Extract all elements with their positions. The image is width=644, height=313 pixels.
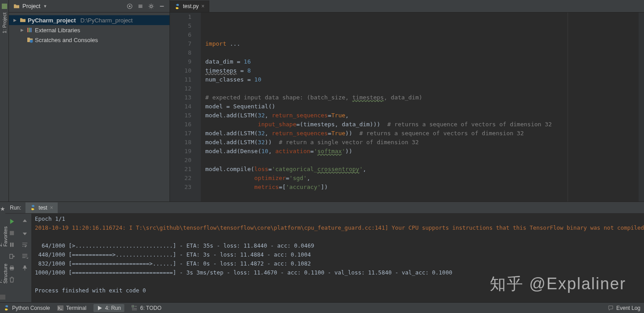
pause-icon[interactable] xyxy=(8,241,15,248)
chevron-down-icon: ▼ xyxy=(43,4,47,9)
editor[interactable]: 1567891011121314151617181920212223 impor… xyxy=(170,13,644,202)
todo-icon xyxy=(131,305,137,311)
run-label: Run: xyxy=(5,205,25,211)
project-header: Project ▼ xyxy=(9,0,169,13)
run-header: Run: test × xyxy=(5,202,644,214)
sb-terminal[interactable]: Terminal xyxy=(57,305,86,311)
margin-line xyxy=(568,13,568,202)
editor-area: test.py × 156789101112131415161718192021… xyxy=(170,0,644,202)
exit-icon[interactable] xyxy=(8,253,15,260)
terminal-icon xyxy=(57,305,64,311)
run-section: ★ 2: Favorites 7: Structure Run: test × xyxy=(0,202,644,302)
console-output[interactable]: Epoch 1/12018-10-19 11:20:16.116724: I T… xyxy=(31,214,644,302)
svg-point-1 xyxy=(129,5,131,7)
fold-column[interactable] xyxy=(195,13,201,202)
tree-item-label: External Libraries xyxy=(35,27,80,34)
up-icon[interactable] xyxy=(21,218,28,225)
sb-run[interactable]: 4: Run xyxy=(93,304,124,312)
tree-root-path: D:\PyCharm_project xyxy=(80,17,133,24)
close-icon[interactable]: × xyxy=(201,3,204,9)
down-icon[interactable] xyxy=(21,230,28,236)
sb-event-log[interactable]: Event Log xyxy=(608,305,640,311)
project-label: Project xyxy=(22,3,40,9)
python-icon xyxy=(4,305,9,311)
tree-root[interactable]: ▶ PyCharm_project D:\PyCharm_project xyxy=(9,15,169,25)
expand-icon[interactable]: ▶ xyxy=(21,28,25,32)
scroll-icon[interactable] xyxy=(21,253,28,260)
tree-item-scratches[interactable]: ▶ Scratches and Consoles xyxy=(9,35,169,45)
folder-icon xyxy=(20,17,26,23)
code-area[interactable]: import ...data_dim = 16timesteps = 8num_… xyxy=(201,13,644,202)
tree-item-libraries[interactable]: ▶ External Libraries xyxy=(9,25,169,35)
project-tool-icon[interactable] xyxy=(2,4,7,9)
folder-icon xyxy=(13,4,20,9)
svg-rect-5 xyxy=(30,28,32,32)
svg-rect-13 xyxy=(11,269,13,270)
expand-icon[interactable]: ▶ xyxy=(13,18,18,22)
svg-rect-3 xyxy=(27,28,29,32)
status-bar: Python Console Terminal 4: Run 6: TODO E… xyxy=(0,302,644,313)
library-icon xyxy=(27,27,33,33)
svg-point-2 xyxy=(150,5,152,7)
svg-rect-9 xyxy=(10,242,12,246)
structure-tab[interactable]: 7: Structure xyxy=(0,261,8,283)
project-pane: Project ▼ ▶ PyCharm_project D:\PyCharm_p… xyxy=(9,0,170,202)
sb-python-console[interactable]: Python Console xyxy=(4,305,50,311)
wrap-icon[interactable] xyxy=(21,241,28,248)
svg-rect-10 xyxy=(12,242,13,246)
python-file-icon xyxy=(174,4,180,9)
svg-rect-8 xyxy=(10,231,14,235)
sb-todo[interactable]: 6: TODO xyxy=(131,305,161,311)
favorites-icon[interactable]: ★ xyxy=(0,206,5,212)
tab-label: test.py xyxy=(183,3,199,9)
svg-rect-14 xyxy=(57,305,64,311)
run-icon xyxy=(97,305,102,311)
hide-icon[interactable] xyxy=(159,3,165,9)
project-tree[interactable]: ▶ PyCharm_project D:\PyCharm_project ▶ E… xyxy=(9,13,169,47)
project-view-selector[interactable]: Project ▼ xyxy=(13,3,47,9)
close-icon[interactable]: × xyxy=(50,205,53,211)
target-icon[interactable] xyxy=(127,3,133,9)
line-gutter[interactable]: 1567891011121314151617181920212223 xyxy=(170,13,195,202)
gear-icon[interactable] xyxy=(148,3,154,9)
toolwin-icon[interactable] xyxy=(0,295,5,300)
editor-tab-test[interactable]: test.py × xyxy=(170,0,209,12)
favorites-tab[interactable]: 2: Favorites xyxy=(0,223,8,247)
pin-icon[interactable] xyxy=(21,265,28,271)
svg-rect-12 xyxy=(11,266,13,267)
left-tool-bar-lower: ★ 2: Favorites 7: Structure xyxy=(0,202,5,302)
python-file-icon xyxy=(30,205,36,210)
collapse-icon[interactable] xyxy=(137,3,144,9)
run-tab-label: test xyxy=(38,205,47,211)
rerun-icon[interactable] xyxy=(8,218,15,225)
print-icon[interactable] xyxy=(8,265,15,271)
run-toolbar xyxy=(5,214,31,302)
tree-item-label: Scratches and Consoles xyxy=(35,37,98,43)
stop-icon[interactable] xyxy=(8,230,15,236)
project-tool-tab[interactable]: 1: Project xyxy=(2,13,7,33)
tree-root-name: PyCharm_project xyxy=(28,17,76,24)
scratches-icon xyxy=(27,37,33,43)
trash-icon[interactable] xyxy=(8,276,15,283)
editor-tabs: test.py × xyxy=(170,0,644,13)
left-tool-bar: 1: Project xyxy=(0,0,9,202)
svg-rect-4 xyxy=(29,28,30,32)
svg-point-6 xyxy=(30,40,33,43)
run-tab[interactable]: test × xyxy=(25,202,57,213)
error-stripe[interactable] xyxy=(639,13,644,202)
event-log-icon xyxy=(608,305,614,311)
